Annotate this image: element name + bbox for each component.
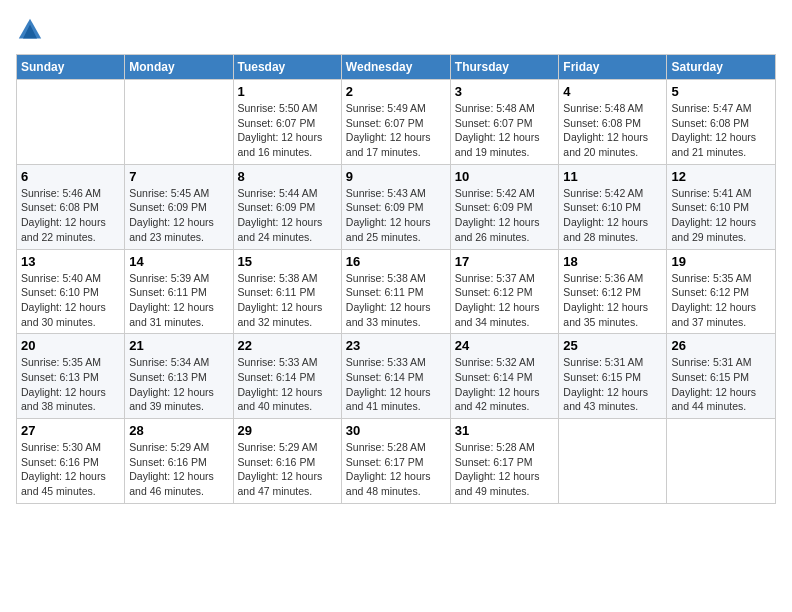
day-number: 17 [455, 254, 555, 269]
day-info: Sunrise: 5:38 AMSunset: 6:11 PMDaylight:… [346, 271, 446, 330]
day-number: 5 [671, 84, 771, 99]
day-number: 7 [129, 169, 228, 184]
calendar-cell: 19Sunrise: 5:35 AMSunset: 6:12 PMDayligh… [667, 249, 776, 334]
day-info: Sunrise: 5:46 AMSunset: 6:08 PMDaylight:… [21, 186, 120, 245]
day-info: Sunrise: 5:49 AMSunset: 6:07 PMDaylight:… [346, 101, 446, 160]
day-number: 26 [671, 338, 771, 353]
calendar-cell: 11Sunrise: 5:42 AMSunset: 6:10 PMDayligh… [559, 164, 667, 249]
logo-icon [16, 16, 44, 44]
calendar-cell: 27Sunrise: 5:30 AMSunset: 6:16 PMDayligh… [17, 419, 125, 504]
calendar-cell: 10Sunrise: 5:42 AMSunset: 6:09 PMDayligh… [450, 164, 559, 249]
calendar-cell: 21Sunrise: 5:34 AMSunset: 6:13 PMDayligh… [125, 334, 233, 419]
day-number: 30 [346, 423, 446, 438]
day-info: Sunrise: 5:33 AMSunset: 6:14 PMDaylight:… [346, 355, 446, 414]
calendar-cell: 23Sunrise: 5:33 AMSunset: 6:14 PMDayligh… [341, 334, 450, 419]
day-of-week-header: Sunday [17, 55, 125, 80]
calendar-cell [125, 80, 233, 165]
day-info: Sunrise: 5:38 AMSunset: 6:11 PMDaylight:… [238, 271, 337, 330]
day-info: Sunrise: 5:37 AMSunset: 6:12 PMDaylight:… [455, 271, 555, 330]
day-number: 14 [129, 254, 228, 269]
calendar-cell: 30Sunrise: 5:28 AMSunset: 6:17 PMDayligh… [341, 419, 450, 504]
day-number: 10 [455, 169, 555, 184]
day-number: 16 [346, 254, 446, 269]
day-info: Sunrise: 5:28 AMSunset: 6:17 PMDaylight:… [455, 440, 555, 499]
calendar-cell: 14Sunrise: 5:39 AMSunset: 6:11 PMDayligh… [125, 249, 233, 334]
calendar-table: SundayMondayTuesdayWednesdayThursdayFrid… [16, 54, 776, 504]
day-info: Sunrise: 5:48 AMSunset: 6:07 PMDaylight:… [455, 101, 555, 160]
day-of-week-header: Tuesday [233, 55, 341, 80]
calendar-cell: 5Sunrise: 5:47 AMSunset: 6:08 PMDaylight… [667, 80, 776, 165]
calendar-cell: 2Sunrise: 5:49 AMSunset: 6:07 PMDaylight… [341, 80, 450, 165]
calendar-cell: 25Sunrise: 5:31 AMSunset: 6:15 PMDayligh… [559, 334, 667, 419]
day-info: Sunrise: 5:41 AMSunset: 6:10 PMDaylight:… [671, 186, 771, 245]
calendar-cell [559, 419, 667, 504]
day-info: Sunrise: 5:29 AMSunset: 6:16 PMDaylight:… [129, 440, 228, 499]
day-info: Sunrise: 5:34 AMSunset: 6:13 PMDaylight:… [129, 355, 228, 414]
day-number: 1 [238, 84, 337, 99]
day-number: 18 [563, 254, 662, 269]
day-number: 20 [21, 338, 120, 353]
day-number: 12 [671, 169, 771, 184]
day-info: Sunrise: 5:40 AMSunset: 6:10 PMDaylight:… [21, 271, 120, 330]
day-info: Sunrise: 5:31 AMSunset: 6:15 PMDaylight:… [563, 355, 662, 414]
calendar-cell: 22Sunrise: 5:33 AMSunset: 6:14 PMDayligh… [233, 334, 341, 419]
day-of-week-header: Friday [559, 55, 667, 80]
day-number: 22 [238, 338, 337, 353]
calendar-cell: 20Sunrise: 5:35 AMSunset: 6:13 PMDayligh… [17, 334, 125, 419]
calendar-cell: 17Sunrise: 5:37 AMSunset: 6:12 PMDayligh… [450, 249, 559, 334]
day-info: Sunrise: 5:42 AMSunset: 6:10 PMDaylight:… [563, 186, 662, 245]
day-number: 23 [346, 338, 446, 353]
calendar-cell: 8Sunrise: 5:44 AMSunset: 6:09 PMDaylight… [233, 164, 341, 249]
calendar-week-row: 13Sunrise: 5:40 AMSunset: 6:10 PMDayligh… [17, 249, 776, 334]
calendar-week-row: 6Sunrise: 5:46 AMSunset: 6:08 PMDaylight… [17, 164, 776, 249]
calendar-week-row: 20Sunrise: 5:35 AMSunset: 6:13 PMDayligh… [17, 334, 776, 419]
day-info: Sunrise: 5:42 AMSunset: 6:09 PMDaylight:… [455, 186, 555, 245]
day-info: Sunrise: 5:48 AMSunset: 6:08 PMDaylight:… [563, 101, 662, 160]
calendar-cell: 15Sunrise: 5:38 AMSunset: 6:11 PMDayligh… [233, 249, 341, 334]
calendar-cell: 24Sunrise: 5:32 AMSunset: 6:14 PMDayligh… [450, 334, 559, 419]
day-number: 21 [129, 338, 228, 353]
calendar-cell: 13Sunrise: 5:40 AMSunset: 6:10 PMDayligh… [17, 249, 125, 334]
calendar-header-row: SundayMondayTuesdayWednesdayThursdayFrid… [17, 55, 776, 80]
calendar-week-row: 27Sunrise: 5:30 AMSunset: 6:16 PMDayligh… [17, 419, 776, 504]
day-info: Sunrise: 5:50 AMSunset: 6:07 PMDaylight:… [238, 101, 337, 160]
calendar-cell: 18Sunrise: 5:36 AMSunset: 6:12 PMDayligh… [559, 249, 667, 334]
day-number: 11 [563, 169, 662, 184]
day-info: Sunrise: 5:39 AMSunset: 6:11 PMDaylight:… [129, 271, 228, 330]
calendar-cell: 16Sunrise: 5:38 AMSunset: 6:11 PMDayligh… [341, 249, 450, 334]
day-info: Sunrise: 5:44 AMSunset: 6:09 PMDaylight:… [238, 186, 337, 245]
day-number: 24 [455, 338, 555, 353]
day-number: 31 [455, 423, 555, 438]
day-of-week-header: Thursday [450, 55, 559, 80]
day-number: 9 [346, 169, 446, 184]
day-number: 6 [21, 169, 120, 184]
day-info: Sunrise: 5:29 AMSunset: 6:16 PMDaylight:… [238, 440, 337, 499]
calendar-cell: 12Sunrise: 5:41 AMSunset: 6:10 PMDayligh… [667, 164, 776, 249]
calendar-cell: 9Sunrise: 5:43 AMSunset: 6:09 PMDaylight… [341, 164, 450, 249]
day-number: 29 [238, 423, 337, 438]
calendar-cell: 28Sunrise: 5:29 AMSunset: 6:16 PMDayligh… [125, 419, 233, 504]
calendar-cell: 1Sunrise: 5:50 AMSunset: 6:07 PMDaylight… [233, 80, 341, 165]
day-info: Sunrise: 5:32 AMSunset: 6:14 PMDaylight:… [455, 355, 555, 414]
calendar-cell: 4Sunrise: 5:48 AMSunset: 6:08 PMDaylight… [559, 80, 667, 165]
day-info: Sunrise: 5:33 AMSunset: 6:14 PMDaylight:… [238, 355, 337, 414]
calendar-week-row: 1Sunrise: 5:50 AMSunset: 6:07 PMDaylight… [17, 80, 776, 165]
calendar-cell: 7Sunrise: 5:45 AMSunset: 6:09 PMDaylight… [125, 164, 233, 249]
day-number: 8 [238, 169, 337, 184]
day-number: 13 [21, 254, 120, 269]
calendar-cell: 31Sunrise: 5:28 AMSunset: 6:17 PMDayligh… [450, 419, 559, 504]
logo [16, 16, 48, 44]
day-number: 2 [346, 84, 446, 99]
calendar-cell: 29Sunrise: 5:29 AMSunset: 6:16 PMDayligh… [233, 419, 341, 504]
day-number: 25 [563, 338, 662, 353]
calendar-cell: 3Sunrise: 5:48 AMSunset: 6:07 PMDaylight… [450, 80, 559, 165]
day-number: 27 [21, 423, 120, 438]
day-number: 15 [238, 254, 337, 269]
day-of-week-header: Monday [125, 55, 233, 80]
day-info: Sunrise: 5:45 AMSunset: 6:09 PMDaylight:… [129, 186, 228, 245]
day-number: 4 [563, 84, 662, 99]
day-info: Sunrise: 5:35 AMSunset: 6:13 PMDaylight:… [21, 355, 120, 414]
day-info: Sunrise: 5:47 AMSunset: 6:08 PMDaylight:… [671, 101, 771, 160]
day-number: 19 [671, 254, 771, 269]
day-info: Sunrise: 5:30 AMSunset: 6:16 PMDaylight:… [21, 440, 120, 499]
